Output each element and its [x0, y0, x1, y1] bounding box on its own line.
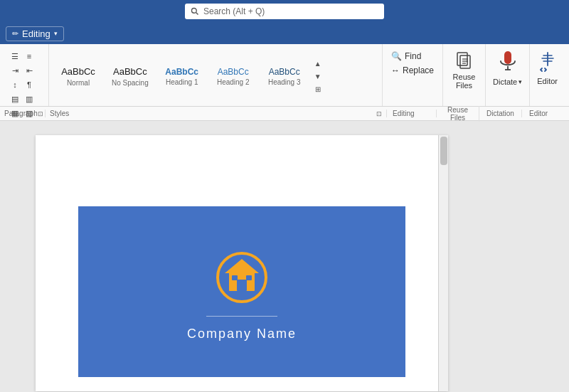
company-divider: [206, 316, 277, 317]
editor-label-text: Editor: [537, 77, 558, 85]
style-nospacing-label: No Spacing: [112, 79, 149, 87]
reuse-section-label: Reuse Files: [447, 106, 468, 122]
find-label: Find: [405, 51, 421, 61]
find-icon: 🔍: [391, 51, 402, 61]
chevron-down-icon: ▾: [54, 30, 58, 37]
align-center-icon[interactable]: ▥: [23, 92, 36, 105]
editing-section-label-row: Editing: [387, 110, 437, 117]
svg-rect-17: [237, 280, 247, 291]
ribbon-section-labels: Paragraph ⊡ Styles ⊡ Editing Reuse Files…: [0, 107, 569, 121]
reuse-files-button[interactable]: ReuseFiles: [453, 47, 476, 90]
style-no-spacing[interactable]: AaBbCc No Spacing: [105, 63, 156, 90]
paragraph-expand-icon[interactable]: ⊡: [38, 110, 43, 117]
dictate-section-label: Dictation: [486, 110, 514, 117]
editor-section: Editor: [530, 44, 565, 106]
style-h1-preview: AaBbCc: [165, 67, 198, 77]
svg-rect-18: [232, 275, 238, 280]
dictate-chevron-icon: ▾: [519, 78, 522, 85]
editing-section: 🔍 Find ↔ Replace: [383, 44, 443, 106]
editing-label: Editing: [22, 28, 50, 39]
document-header-block: Company Name: [78, 206, 405, 377]
styles-scroll-arrows: ▲ ▼ ⊞: [311, 55, 325, 98]
dictate-button[interactable]: [498, 47, 518, 78]
styles-scroll-down[interactable]: ▼: [312, 71, 324, 83]
styles-expand-icon[interactable]: ⊡: [376, 110, 382, 117]
pencil-icon: ✏: [12, 29, 18, 38]
svg-rect-19: [246, 275, 252, 280]
top-bar: Search (Alt + Q): [0, 0, 569, 23]
style-heading2[interactable]: AaBbCc Heading 2: [208, 64, 258, 89]
editing-buttons: 🔍 Find ↔ Replace: [388, 47, 437, 77]
scrollbar-thumb[interactable]: [440, 137, 447, 165]
search-box[interactable]: Search (Alt + Q): [185, 4, 384, 19]
reuse-files-icon: [453, 50, 476, 73]
replace-icon: ↔: [391, 65, 400, 75]
sort-icon[interactable]: ↕: [9, 78, 21, 91]
editor-button[interactable]: [538, 47, 558, 77]
replace-label: Replace: [403, 65, 434, 75]
dictate-section-label-row: Dictation: [479, 110, 522, 117]
styles-more[interactable]: ⊞: [312, 84, 324, 95]
document-area: Company Name: [0, 121, 569, 392]
style-h3-label: Heading 3: [268, 78, 301, 86]
outdent-icon[interactable]: ⇤: [23, 64, 36, 77]
document-page: Company Name: [36, 135, 448, 391]
svg-rect-7: [504, 51, 511, 64]
pilcrow-icon[interactable]: ¶: [23, 78, 36, 91]
editing-section-label: Editing: [393, 110, 415, 117]
find-button[interactable]: 🔍 Find: [388, 50, 437, 63]
dictate-section: Dictate ▾: [486, 44, 530, 106]
list-numbered-icon[interactable]: ≡: [23, 50, 36, 63]
scrollbar[interactable]: [438, 135, 448, 391]
editor-section-label: Editor: [529, 110, 548, 117]
style-h2-preview: AaBbCc: [218, 67, 249, 77]
company-logo-container: Company Name: [187, 249, 297, 341]
paragraph-section: ☰ ≡ ⇥ ⇤ ↕ ¶ ▤ ▥ ▦ ▧: [4, 44, 49, 106]
style-heading1[interactable]: AaBbCc Heading 1: [157, 64, 207, 89]
styles-scroll-up[interactable]: ▲: [312, 58, 324, 70]
style-nospacing-preview: AaBbCc: [113, 66, 147, 78]
styles-section-label-row: Styles ⊡: [46, 110, 387, 117]
reuse-section-label-row: Reuse Files: [437, 106, 479, 122]
list-bullets-icon[interactable]: ☰: [9, 50, 21, 63]
style-h3-preview: AaBbCc: [269, 67, 300, 77]
indent-icon[interactable]: ⇥: [9, 64, 21, 77]
dictate-label: Dictate ▾: [493, 78, 522, 86]
search-placeholder: Search (Alt + Q): [203, 6, 265, 16]
company-logo: [213, 249, 270, 306]
paragraph-icons: ☰ ≡ ⇥ ⇤ ↕ ¶ ▤ ▥ ▦ ▧: [9, 47, 44, 120]
replace-button[interactable]: ↔ Replace: [388, 64, 437, 77]
style-normal-label: Normal: [67, 79, 90, 87]
svg-rect-3: [460, 55, 470, 68]
style-normal[interactable]: AaBbCc Normal: [53, 63, 103, 90]
styles-list: AaBbCc Normal AaBbCc No Spacing AaBbCc H…: [53, 47, 378, 106]
mode-bar: ✏ Editing ▾: [0, 23, 569, 44]
reuse-files-label: ReuseFiles: [453, 73, 476, 90]
paragraph-section-label-row: Paragraph ⊡: [4, 110, 46, 117]
align-left-icon[interactable]: ▤: [9, 92, 21, 105]
style-heading3[interactable]: AaBbCc Heading 3: [260, 64, 309, 89]
styles-label: Styles: [50, 110, 69, 117]
company-name-text: Company Name: [187, 327, 297, 341]
reuse-files-section: ReuseFiles: [443, 44, 486, 106]
ribbon-toolbar: ☰ ≡ ⇥ ⇤ ↕ ¶ ▤ ▥ ▦ ▧ AaBbCc Normal AaBbCc…: [0, 44, 569, 107]
svg-line-1: [196, 13, 198, 15]
style-h2-label: Heading 2: [217, 78, 250, 86]
editing-mode-button[interactable]: ✏ Editing ▾: [6, 26, 64, 41]
paragraph-label: Paragraph: [4, 110, 38, 117]
styles-section: AaBbCc Normal AaBbCc No Spacing AaBbCc H…: [49, 44, 383, 106]
style-normal-preview: AaBbCc: [61, 66, 95, 78]
search-icon: [191, 7, 199, 16]
svg-marker-15: [225, 259, 259, 273]
editor-section-label-row: Editor: [522, 110, 565, 117]
dictate-label-text: Dictate: [493, 78, 517, 86]
style-h1-label: Heading 1: [166, 78, 198, 86]
svg-point-0: [192, 9, 197, 14]
